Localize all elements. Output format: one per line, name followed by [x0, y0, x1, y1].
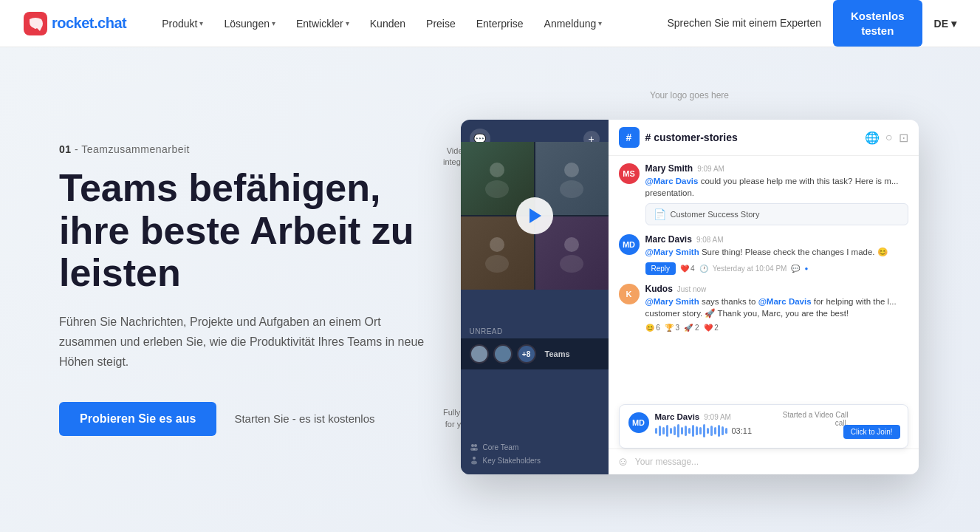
participant-avatar-2 — [493, 344, 513, 364]
chat-panel: # # customer-stories 🌐 ○ ⊡ MS — [609, 120, 919, 474]
teams-section: Core Team Key Stakeholders — [461, 433, 609, 474]
channel-name: # customer-stories — [645, 132, 738, 143]
video-grid — [461, 142, 609, 290]
file-icon: 📄 — [654, 208, 666, 220]
svg-point-2 — [490, 163, 504, 177]
play-button[interactable] — [516, 197, 553, 234]
msg-file-attachment[interactable]: 📄 Customer Success Story — [645, 203, 908, 225]
chevron-down-icon: ▾ — [346, 19, 349, 27]
svg-point-5 — [560, 180, 583, 198]
message-marc: MD Marc Davis 9:08 AM @Mary Smith Sure t… — [619, 234, 908, 275]
chat-header: # # customer-stories 🌐 ○ ⊡ — [609, 120, 919, 156]
msg-actions-marc: Reply ❤️ 4 🕐 Yesterday at 10:04 PM 💬 ● — [645, 262, 908, 275]
msg-text-marc: @Mary Smith Sure thing! Please check the… — [645, 246, 908, 258]
reaction-emoji2: 🏆 3 — [665, 324, 679, 332]
logo[interactable]: rocket.chat — [24, 12, 126, 35]
svg-point-11 — [474, 444, 477, 447]
participants-bar: +8 Teams — [461, 338, 609, 369]
msg-text-mary: @Marc Davis could you please help me wit… — [645, 175, 908, 199]
team-stakeholders: Key Stakeholders — [470, 454, 600, 467]
msg-author-kudos: Kudos — [645, 284, 673, 294]
sidebar-panel: 💬 + — [461, 120, 609, 474]
expand-icon[interactable]: ⊡ — [899, 131, 908, 145]
vc-duration: 03:11 — [732, 426, 753, 435]
svg-point-7 — [485, 255, 509, 273]
online-indicator: ● — [804, 265, 808, 272]
hero-step: 01 - Teamzusammenarbeit — [59, 143, 428, 155]
globe-icon[interactable]: 🌐 — [865, 131, 880, 145]
message-kudos: K Kudos Just now @Mary Smith says thanks… — [619, 284, 908, 332]
nav-item-produkt[interactable]: Produkt ▾ — [153, 12, 212, 35]
emoji-picker-icon[interactable]: ☺ — [617, 455, 629, 468]
msg-reactions-kudos: 😊 6 🏆 3 🚀 2 ❤️ 2 — [645, 324, 908, 332]
nav-right: Sprechen Sie mit einem Experten Kostenlo… — [667, 0, 956, 47]
chat-header-icons: 🌐 ○ ⊡ — [865, 131, 908, 145]
vc-author: Marc Davis — [655, 412, 700, 421]
svg-point-8 — [564, 237, 579, 252]
search-icon[interactable]: ○ — [885, 131, 893, 145]
hero-left: 01 - Teamzusammenarbeit Teams befähigen,… — [59, 143, 428, 435]
participant-count: +8 — [517, 344, 536, 364]
reaction-heart: ❤️ 4 — [680, 265, 695, 273]
nav-links: Produkt ▾ Lösungen ▾ Entwickler ▾ Kunden… — [153, 12, 667, 35]
logo-text: rocket.chat — [52, 15, 126, 32]
avatar-mary: MS — [619, 163, 640, 184]
avatar-marc: MD — [619, 234, 640, 255]
svg-point-4 — [564, 163, 579, 177]
nav-item-enterprise[interactable]: Enterprise — [467, 12, 532, 35]
video-call-card: MD Marc Davis 9:09 AM — [619, 404, 908, 449]
msg-content-marc: Marc Davis 9:08 AM @Mary Smith Sure thin… — [645, 234, 908, 275]
hero-section: 01 - Teamzusammenarbeit Teams befähigen,… — [0, 47, 980, 532]
avatar-kudos: K — [619, 284, 640, 304]
kostenlos-testen-button[interactable]: Kostenlos testen — [833, 0, 922, 47]
svg-point-3 — [485, 180, 509, 198]
messages-area: MS Mary Smith 9:09 AM @Marc Davis could … — [609, 156, 919, 404]
message-mary: MS Mary Smith 9:09 AM @Marc Davis could … — [619, 163, 908, 225]
message-input-placeholder[interactable]: Your message... — [635, 457, 910, 467]
svg-point-6 — [490, 237, 504, 252]
expert-button[interactable]: Sprechen Sie mit einem Experten — [667, 16, 821, 30]
nav-item-preise[interactable]: Preise — [417, 12, 465, 35]
reaction-comment: 💬 — [791, 265, 800, 273]
hero-title: Teams befähigen, ihre beste Arbeit zu le… — [59, 167, 428, 294]
file-name: Customer Success Story — [671, 210, 760, 219]
reply-button[interactable]: Reply — [645, 262, 676, 275]
reaction-emoji1: 😊 6 — [645, 324, 660, 332]
team-core: Core Team — [470, 440, 600, 454]
msg-content-mary: Mary Smith 9:09 AM @Marc Davis could you… — [645, 163, 908, 225]
chevron-down-icon: ▾ — [272, 19, 275, 27]
svg-point-15 — [471, 461, 477, 465]
chat-input-area: ☺ Your message... — [609, 449, 919, 474]
reaction-emoji3: 🚀 2 — [684, 324, 699, 332]
msg-time-marc: 9:08 AM — [696, 236, 724, 244]
join-call-button[interactable]: Click to Join! — [843, 425, 900, 439]
msg-content-kudos: Kudos Just now @Mary Smith says thanks t… — [645, 284, 908, 332]
play-icon — [530, 208, 541, 223]
teams-label: Teams — [545, 349, 570, 358]
navbar: rocket.chat Produkt ▾ Lösungen ▾ Entwick… — [0, 0, 980, 47]
vc-avatar: MD — [628, 412, 649, 433]
try-it-button[interactable]: Probieren Sie es aus — [59, 402, 216, 436]
nav-item-kunden[interactable]: Kunden — [361, 12, 414, 35]
msg-timestamp: Yesterday at 10:04 PM — [713, 265, 787, 273]
channel-icon: # — [619, 127, 640, 148]
chevron-down-icon: ▾ — [951, 18, 956, 30]
sidebar-unread-section: Unread — [461, 321, 609, 338]
svg-point-13 — [473, 448, 478, 451]
reaction-time: 🕐 — [699, 265, 708, 273]
vc-started-text: Started a Video Call call. — [783, 411, 849, 427]
nav-item-losungen[interactable]: Lösungen ▾ — [215, 12, 284, 35]
hero-description: Führen Sie Nachrichten, Projekte und Auf… — [59, 312, 428, 372]
svg-point-10 — [471, 444, 474, 447]
start-free-link[interactable]: Starten Sie - es ist kostenlos — [234, 412, 374, 425]
hero-actions: Probieren Sie es aus Starten Sie - es is… — [59, 402, 428, 436]
vc-time: 9:09 AM — [704, 413, 731, 421]
language-selector[interactable]: DE ▾ — [934, 18, 956, 30]
reaction-emoji4: ❤️ 2 — [704, 324, 719, 332]
nav-item-entwickler[interactable]: Entwickler ▾ — [287, 12, 358, 35]
svg-point-14 — [473, 457, 476, 460]
msg-time-kudos: Just now — [677, 285, 706, 293]
msg-author-mary: Mary Smith — [645, 163, 693, 174]
hero-right: Your logo goes here Video callintegratio… — [458, 105, 921, 474]
nav-item-anmeldung[interactable]: Anmeldung ▾ — [535, 12, 611, 35]
